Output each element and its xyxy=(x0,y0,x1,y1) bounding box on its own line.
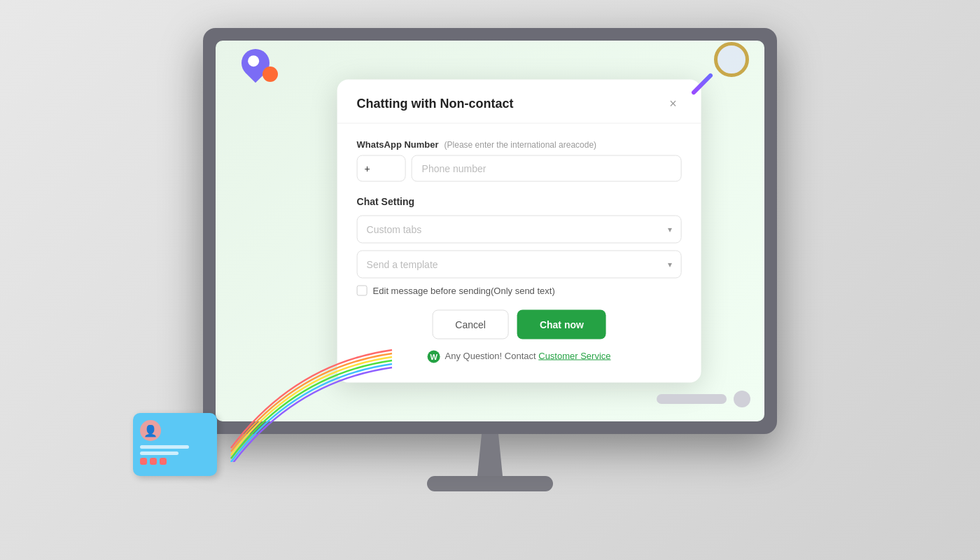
dialog-header: Chatting with Non-contact × xyxy=(337,80,701,124)
monitor-bezel: Chatting with Non-contact × WhatsApp Num… xyxy=(216,41,764,421)
monitor-bar-long xyxy=(657,394,727,404)
monitor-wrapper: Chatting with Non-contact × WhatsApp Num… xyxy=(175,28,805,532)
magnifier-decoration xyxy=(693,42,749,98)
pin-dot xyxy=(246,53,262,69)
id-dot-2 xyxy=(150,458,157,465)
monitor-bar-circle xyxy=(734,391,750,407)
edit-message-checkbox[interactable] xyxy=(357,286,368,296)
dialog-footer-buttons: Cancel Chat now xyxy=(357,310,682,340)
monitor-stand-neck xyxy=(469,434,511,476)
dialog: Chatting with Non-contact × WhatsApp Num… xyxy=(337,80,701,383)
footer-link: W Any Question! Contact Customer Service xyxy=(357,351,682,366)
id-dots xyxy=(140,458,210,465)
monitor-screen: Chatting with Non-contact × WhatsApp Num… xyxy=(203,28,777,434)
cancel-button[interactable]: Cancel xyxy=(432,310,509,340)
whatsapp-hint: (Please enter the international areacode… xyxy=(444,139,596,149)
template-dropdown[interactable] xyxy=(357,251,682,279)
close-button[interactable]: × xyxy=(665,95,682,112)
phone-input-row xyxy=(357,155,682,182)
dialog-container: Chatting with Non-contact × WhatsApp Num… xyxy=(337,80,701,383)
phone-number-input[interactable] xyxy=(412,155,682,182)
tabs-select-wrapper: Custom tabs ▾ xyxy=(357,216,682,244)
footer-text: Any Question! Contact xyxy=(445,351,536,361)
monitor-stand-base xyxy=(427,476,553,491)
edit-message-label: Edit message before sending(Only send te… xyxy=(373,286,555,296)
customer-service-link[interactable]: Customer Service xyxy=(538,351,610,361)
dialog-body: WhatsApp Number (Please enter the intern… xyxy=(337,124,701,383)
template-select-wrapper: Send a template ▾ xyxy=(357,251,682,279)
id-card-avatar: 👤 xyxy=(140,420,161,441)
tabs-dropdown[interactable] xyxy=(357,216,682,244)
checkbox-row: Edit message before sending(Only send te… xyxy=(357,286,682,296)
chat-setting-label: Chat Setting xyxy=(357,196,682,207)
magnifier-glass xyxy=(714,42,749,77)
id-line-1 xyxy=(140,445,189,449)
id-dot-3 xyxy=(160,458,167,465)
chat-now-button[interactable]: Chat now xyxy=(517,310,606,340)
whatsapp-label: WhatsApp Number (Please enter the intern… xyxy=(357,139,682,150)
id-card-decoration: 👤 xyxy=(133,413,217,476)
monitor-bottom-bar xyxy=(657,391,750,407)
id-line-2 xyxy=(140,451,178,455)
phone-prefix-input[interactable] xyxy=(357,155,406,182)
id-dot-1 xyxy=(140,458,147,465)
magnifier-handle xyxy=(691,73,714,96)
wa-icon: W xyxy=(428,351,440,363)
dialog-title: Chatting with Non-contact xyxy=(357,96,514,111)
orange-dot-decoration xyxy=(262,66,278,82)
